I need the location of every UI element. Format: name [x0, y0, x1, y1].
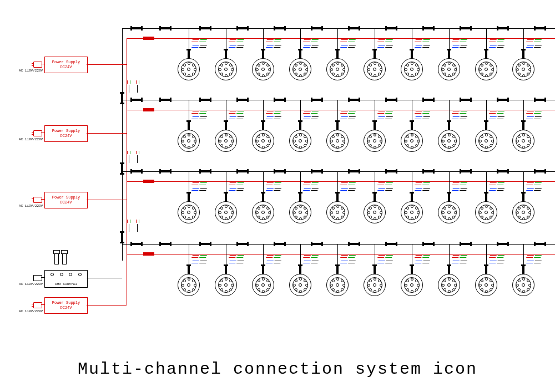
- rgb-wire-icon: [415, 111, 430, 121]
- signal-splice: [275, 170, 284, 172]
- led-fixture-icon: [364, 274, 386, 296]
- signal-splice: [536, 243, 544, 245]
- psu-plug-wire: [41, 64, 44, 64]
- led-fixture-icon: [289, 201, 311, 223]
- rgb-wire-icon: [527, 111, 541, 121]
- led-fixture-icon: [252, 201, 274, 223]
- rgb-wire-icon: [490, 39, 504, 49]
- dmx-controller-block: DMX Control: [44, 270, 88, 288]
- signal-splice: [201, 243, 210, 245]
- psu-feed-wire: [87, 64, 127, 65]
- rgb-wire-icon: [490, 182, 504, 192]
- signal-splice: [238, 243, 247, 245]
- signal-splice: [275, 243, 284, 245]
- rgb-wire-icon: [192, 39, 206, 49]
- power-supply-block: Power SupplyDC24V: [44, 192, 88, 208]
- rgb-wire-icon: [378, 39, 392, 49]
- led-fixture-icon: [178, 58, 200, 80]
- led-fixture-icon: [401, 58, 423, 80]
- led-fixture-icon: [475, 130, 497, 152]
- led-fixture-icon: [438, 201, 460, 223]
- row-signal-run: [122, 100, 555, 100]
- ac-voltage-label: AC 110V/220V: [19, 69, 43, 73]
- signal-splice: [238, 27, 247, 29]
- row-signal-run: [122, 244, 555, 245]
- fuse-icon: [143, 252, 154, 256]
- signal-splice: [161, 243, 170, 245]
- signal-splice: [387, 170, 396, 172]
- power-plug-icon: [33, 197, 42, 203]
- fuse-icon: [143, 37, 154, 40]
- rgb-wire-icon: [304, 39, 318, 49]
- rgb-wire-icon: [304, 111, 318, 121]
- signal-splice: [201, 99, 210, 101]
- signal-splice: [461, 170, 470, 172]
- led-fixture-icon: [438, 274, 460, 296]
- psu-feed-wire: [87, 200, 127, 200]
- power-plug-icon: [33, 302, 42, 308]
- signal-splice: [161, 99, 170, 101]
- trunk-splice: [121, 164, 123, 173]
- row-signal-run: [122, 28, 555, 29]
- trunk-splice: [121, 94, 123, 103]
- rgb-wire-icon: [452, 39, 467, 49]
- led-fixture-icon: [215, 58, 237, 80]
- rgb-wire-icon: [266, 182, 281, 192]
- ac-voltage-label: AC 110V/220V: [19, 138, 43, 141]
- rgb-wire-icon: [415, 39, 430, 49]
- signal-splice: [461, 27, 470, 29]
- rgb-wire-icon: [229, 39, 244, 49]
- rgb-wire-icon: [490, 111, 504, 121]
- rgb-wire-icon: [341, 111, 355, 121]
- rgb-wire-icon: [341, 182, 355, 192]
- led-fixture-icon: [512, 201, 534, 223]
- signal-branch-icon: [125, 151, 141, 163]
- rgb-wire-icon: [266, 39, 281, 49]
- psu-feed-wire: [87, 133, 127, 134]
- rgb-wire-icon: [378, 255, 392, 265]
- led-fixture-icon: [512, 58, 534, 80]
- rgb-wire-icon: [341, 39, 355, 49]
- led-fixture-icon: [438, 130, 460, 152]
- led-fixture-icon: [475, 201, 497, 223]
- psu-plug-wire: [41, 199, 44, 200]
- led-fixture-icon: [512, 274, 534, 296]
- led-fixture-icon: [178, 274, 200, 296]
- row-power-run: [127, 38, 555, 39]
- signal-splice: [424, 243, 433, 245]
- led-fixture-icon: [289, 274, 311, 296]
- row-power-run: [127, 254, 555, 254]
- dmx-signal-wire: [87, 278, 122, 278]
- led-fixture-icon: [289, 58, 311, 80]
- power-plug-icon: [33, 130, 42, 136]
- led-fixture-icon: [215, 201, 237, 223]
- signal-splice: [238, 99, 247, 101]
- led-fixture-icon: [215, 130, 237, 152]
- signal-splice: [461, 243, 470, 245]
- rgb-wire-icon: [415, 255, 430, 265]
- row-signal-run: [122, 171, 555, 172]
- power-plug-icon: [33, 62, 42, 68]
- ac-voltage-label: AC 110V/220V: [19, 204, 43, 208]
- rgb-wire-icon: [192, 182, 206, 192]
- signal-splice: [424, 170, 433, 172]
- led-fixture-icon: [215, 274, 237, 296]
- signal-splice: [132, 27, 141, 29]
- rgb-wire-icon: [378, 182, 392, 192]
- signal-branch-icon: [125, 80, 141, 93]
- psu-line1: Power Supply: [45, 301, 87, 306]
- rgb-wire-icon: [266, 255, 281, 265]
- led-fixture-icon: [326, 130, 349, 152]
- signal-splice: [387, 243, 396, 245]
- signal-splice: [201, 27, 210, 29]
- signal-splice: [350, 99, 359, 101]
- led-fixture-icon: [289, 130, 311, 152]
- signal-splice: [275, 27, 284, 29]
- led-fixture-icon: [438, 58, 460, 80]
- rgb-wire-icon: [304, 255, 318, 265]
- psu-plug-wire: [41, 133, 44, 133]
- diagram-title: Multi-channel connection system icon: [0, 360, 555, 379]
- psu-line1: Power Supply: [45, 195, 87, 200]
- signal-branch-icon: [125, 220, 141, 232]
- signal-splice: [312, 170, 321, 172]
